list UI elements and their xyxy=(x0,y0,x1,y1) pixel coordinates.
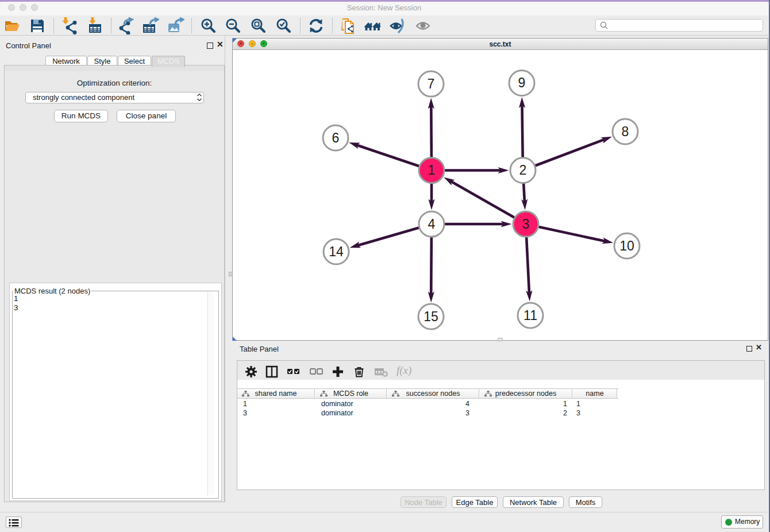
svg-text:9: 9 xyxy=(518,75,526,90)
svg-text:2: 2 xyxy=(519,163,527,178)
svg-text:10: 10 xyxy=(619,238,634,253)
svg-text:7: 7 xyxy=(428,76,435,91)
svg-text:15: 15 xyxy=(424,309,438,324)
svg-text:4: 4 xyxy=(428,217,436,232)
svg-text:3: 3 xyxy=(522,217,530,232)
svg-text:8: 8 xyxy=(622,124,629,139)
svg-text:14: 14 xyxy=(329,244,344,259)
svg-text:11: 11 xyxy=(523,308,537,323)
svg-text:6: 6 xyxy=(332,130,340,145)
svg-text:1: 1 xyxy=(428,163,436,178)
